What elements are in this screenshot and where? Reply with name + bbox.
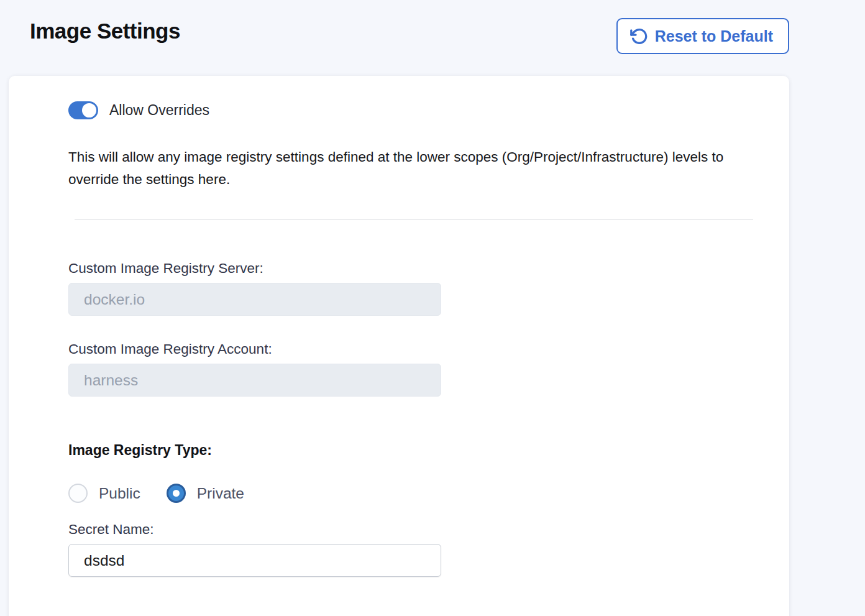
image-settings-card: Allow Overrides This will allow any imag… — [9, 76, 789, 616]
radio-option-private[interactable]: Private — [167, 484, 244, 503]
registry-server-label: Custom Image Registry Server: — [68, 260, 263, 277]
radio-unselected-icon[interactable] — [68, 484, 88, 503]
registry-account-input — [68, 364, 441, 397]
toggle-knob-icon — [82, 103, 96, 117]
secret-name-input[interactable] — [68, 544, 441, 577]
registry-server-input — [68, 283, 441, 316]
allow-overrides-label: Allow Overrides — [109, 102, 209, 119]
allow-overrides-toggle[interactable] — [68, 101, 98, 119]
registry-type-radio-group: Public Private — [68, 484, 244, 503]
radio-private-label: Private — [197, 485, 244, 502]
section-divider — [75, 219, 753, 220]
registry-account-label: Custom Image Registry Account: — [68, 341, 272, 357]
page-title: Image Settings — [30, 19, 180, 44]
registry-type-label: Image Registry Type: — [68, 442, 212, 459]
overrides-description: This will allow any image registry setti… — [68, 146, 766, 191]
radio-selected-icon[interactable] — [167, 484, 186, 503]
radio-option-public[interactable]: Public — [68, 484, 140, 503]
allow-overrides-row: Allow Overrides — [68, 101, 209, 119]
reset-button-label: Reset to Default — [655, 27, 773, 45]
reset-to-default-button[interactable]: Reset to Default — [616, 18, 789, 54]
reset-ccw-icon — [630, 27, 648, 45]
radio-public-label: Public — [99, 485, 140, 502]
secret-name-label: Secret Name: — [68, 522, 154, 538]
